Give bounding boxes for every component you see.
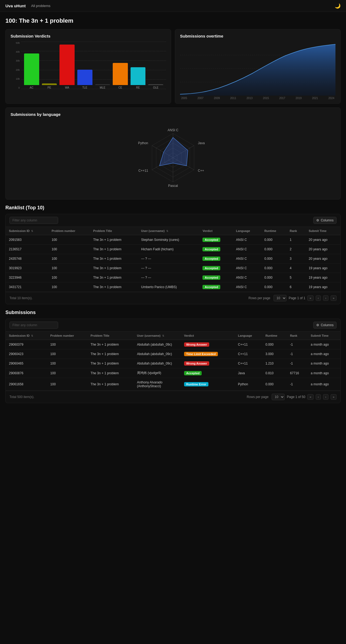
td-runtime: 3.000 bbox=[262, 349, 287, 359]
table-row: 3223946 100 The 3n + 1 problem --- ? ---… bbox=[6, 273, 340, 282]
td-runtime: 0.000 bbox=[262, 378, 287, 391]
submissions-columns-btn[interactable]: ⚙ Columns bbox=[313, 322, 337, 329]
td-user: Anthony Alvarado (AnthonyStracci) bbox=[134, 378, 181, 391]
th-runtime: Runtime bbox=[261, 227, 287, 235]
td-prob-title: The 3n + 1 problem bbox=[90, 235, 138, 245]
navbar-all-problems[interactable]: All problems bbox=[31, 4, 51, 8]
submissions-header-row: Submission ID ⇅ Problem number Problem T… bbox=[6, 332, 340, 340]
svg-text:Python: Python bbox=[138, 141, 148, 145]
td-user: Abdullah (abdullah_09c) bbox=[134, 359, 181, 368]
ranklist-section-title: Ranklist (Top 10) bbox=[5, 205, 341, 211]
navbar-left: Uva uHunt All problems bbox=[5, 4, 51, 8]
td-prob-num: 100 bbox=[47, 368, 87, 378]
td-runtime: 0.000 bbox=[261, 282, 287, 292]
th-sub-lang: Language bbox=[235, 332, 262, 340]
td-lang: ANSI C bbox=[233, 254, 261, 264]
area-x-label: 2015 bbox=[263, 97, 269, 100]
bar-label-mle: MLE bbox=[100, 86, 105, 89]
th-submit-time: Submit Time bbox=[305, 227, 340, 235]
td-verdict: Accepted bbox=[181, 368, 235, 378]
bar-wrap-re: RE bbox=[131, 67, 146, 89]
bar-ac bbox=[24, 53, 39, 85]
td-lang: C++11 bbox=[235, 349, 262, 359]
td-time: a month ago bbox=[308, 349, 340, 359]
verdicts-chart-title: Submission Verdicts bbox=[11, 34, 166, 38]
svg-text:Java: Java bbox=[198, 141, 205, 145]
td-lang: ANSI C bbox=[233, 282, 261, 292]
td-prob-num: 100 bbox=[47, 378, 87, 391]
submissions-last-page-btn[interactable]: » bbox=[331, 394, 337, 400]
td-lang: Python bbox=[235, 378, 262, 391]
th-verdict: Verdict bbox=[199, 227, 233, 235]
radar-svg: ANSI C Java C++ Pascal C++11 Python bbox=[127, 120, 219, 195]
td-user: --- ? --- bbox=[138, 254, 199, 264]
th-submission-id[interactable]: Submission ID ⇅ bbox=[6, 227, 48, 235]
bar-wrap-ole: OLE bbox=[148, 84, 163, 89]
bar-chart-area: 50k 40k 30k 20k 10k 0 ACPEWAT bbox=[11, 42, 166, 96]
svg-marker-14 bbox=[159, 137, 188, 166]
submissions-rows-select[interactable]: 10 25 50 bbox=[272, 394, 285, 400]
td-prob-title: The 3n + 1 problem bbox=[90, 282, 138, 292]
submissions-prev-page-btn[interactable]: ‹ bbox=[316, 394, 321, 400]
td-verdict: Accepted bbox=[199, 235, 233, 245]
submissions-filter-input[interactable] bbox=[9, 322, 58, 329]
td-user: Hicham Fadil (hicham) bbox=[138, 245, 199, 254]
td-rank: 6 bbox=[287, 282, 305, 292]
ranklist-footer: Total 10 item(s). Rows per page 10 25 50… bbox=[6, 292, 340, 304]
th-user[interactable]: User (username) ⇅ bbox=[138, 227, 199, 235]
ranklist-columns-btn[interactable]: ⚙ Columns bbox=[313, 217, 337, 224]
ranklist-rows-select[interactable]: 10 25 50 bbox=[274, 295, 287, 301]
columns-icon2: ⚙ bbox=[316, 323, 319, 327]
td-prob-num: 100 bbox=[47, 349, 87, 359]
th-prob-title: Problem Title bbox=[90, 227, 138, 235]
ranklist-columns-label: Columns bbox=[321, 218, 334, 222]
area-x-labels: 2005200720092011201320152017201920212024 bbox=[180, 97, 335, 100]
td-time: 19 years ago bbox=[305, 282, 340, 292]
td-time: a month ago bbox=[308, 378, 340, 391]
table-row: 29060423 100 The 3n + 1 problem Abdullah… bbox=[6, 349, 340, 359]
moon-icon[interactable]: 🌙 bbox=[335, 3, 341, 9]
td-lang: ANSI C bbox=[233, 235, 261, 245]
th-sub-id[interactable]: Submission ID ⇅ bbox=[6, 332, 47, 340]
td-lang: Java bbox=[235, 368, 262, 378]
bar-ole bbox=[148, 84, 163, 85]
ranklist-filter-input[interactable] bbox=[9, 217, 58, 224]
submissions-table-card: ⚙ Columns Submission ID ⇅ Problem number… bbox=[5, 319, 341, 403]
td-user: --- ? --- bbox=[138, 264, 199, 273]
td-rank: -1 bbox=[287, 378, 308, 391]
td-user: Stephan Sominsky (cures) bbox=[138, 235, 199, 245]
area-x-label: 2021 bbox=[312, 97, 318, 100]
verdict-badge: Accepted bbox=[202, 247, 220, 251]
area-x-label: 2009 bbox=[214, 97, 220, 100]
th-sub-user[interactable]: User (username) ⇅ bbox=[134, 332, 181, 340]
sub-rows-per-page-label: Rows per page bbox=[247, 395, 269, 399]
td-prob-title: The 3n + 1 problem bbox=[90, 273, 138, 282]
submissions-first-page-btn[interactable]: « bbox=[307, 394, 313, 400]
area-x-label: 2005 bbox=[181, 97, 187, 100]
bar-label-wa: WA bbox=[65, 86, 69, 89]
area-x-label: 2019 bbox=[296, 97, 302, 100]
verdict-badge: Accepted bbox=[202, 238, 220, 242]
submissions-page-info: Page 1 of 50 bbox=[287, 395, 305, 399]
overtime-chart-title: Submissions overtime bbox=[180, 34, 335, 38]
td-verdict: Runtime Error bbox=[181, 378, 235, 391]
td-prob-title: The 3n + 1 problem bbox=[87, 368, 134, 378]
td-runtime: 0.000 bbox=[261, 245, 287, 254]
th-prob-num: Problem number bbox=[48, 227, 90, 235]
verdict-badge: Wrong Answer bbox=[184, 342, 209, 347]
ranklist-prev-page-btn[interactable]: ‹ bbox=[316, 295, 321, 301]
td-lang: C++11 bbox=[235, 359, 262, 368]
td-prob-title: The 3n + 1 problem bbox=[87, 349, 134, 359]
th-sub-rank: Rank bbox=[287, 332, 308, 340]
submissions-next-page-btn[interactable]: › bbox=[323, 394, 328, 400]
area-chart-area bbox=[180, 42, 335, 96]
table-row: 29060876 100 The 3n + 1 problem 周鸿炜 (vju… bbox=[6, 368, 340, 378]
ranklist-first-page-btn[interactable]: « bbox=[307, 295, 313, 301]
th-sub-verdict: Verdict bbox=[181, 332, 235, 340]
language-chart-title: Submissions by language bbox=[11, 112, 335, 117]
ranklist-next-page-btn[interactable]: › bbox=[323, 295, 328, 301]
columns-icon: ⚙ bbox=[316, 218, 319, 222]
ranklist-tbody: 2091583 100 The 3n + 1 problem Stephan S… bbox=[6, 235, 340, 292]
ranklist-last-page-btn[interactable]: » bbox=[331, 295, 337, 301]
td-rank: 2 bbox=[287, 245, 305, 254]
